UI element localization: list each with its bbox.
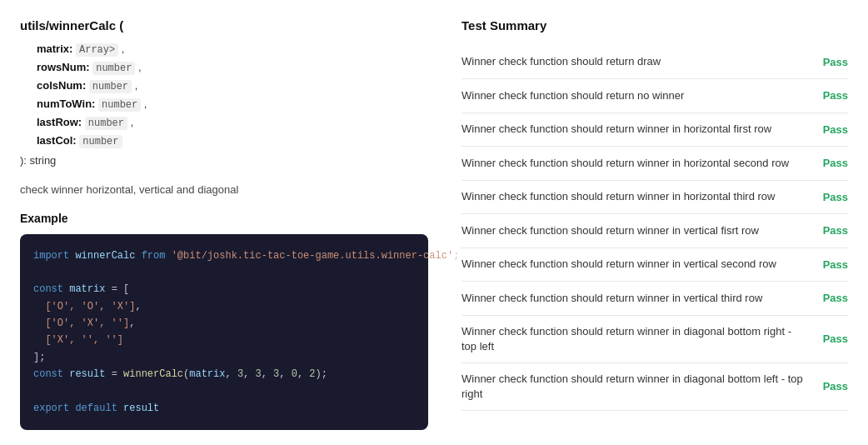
test-status-badge: Pass [818,189,848,206]
test-description: Winner check function should return winn… [461,189,808,204]
test-description: Winner check function should return draw [461,54,808,69]
test-row: Winner check function should return winn… [461,113,848,148]
param-line: rowsNum: number , [37,59,428,76]
test-row: Winner check function should return no w… [461,79,848,113]
test-row: Winner check function should return winn… [461,147,848,181]
param-line: colsNum: number , [37,78,428,94]
code-line [33,383,415,400]
code-line: ['O', 'X', ''], [33,315,415,332]
function-signature: utils/winnerCalc ( matrix: Array> ,rowsN… [20,17,428,168]
test-status-badge: Pass [818,331,848,348]
test-row: Winner check function should return winn… [461,214,848,248]
test-row: Winner check function should return winn… [461,248,848,282]
param-name: numToWin: [37,98,95,110]
example-label: Example [20,210,428,228]
test-description: Winner check function should return winn… [461,122,808,137]
test-status-badge: Pass [818,222,848,239]
param-line: matrix: Array> , [37,41,428,58]
test-status-badge: Pass [818,257,848,273]
param-name: rowsNum: [37,61,90,73]
param-line: numToWin: number , [37,96,428,112]
code-line: const result = winnerCalc(matrix, 3, 3, … [33,366,415,382]
test-description: Winner check function should return winn… [461,223,808,238]
test-status-badge: Pass [818,290,848,307]
test-row: Winner check function should return winn… [461,181,848,215]
function-description: check winner horizontal, vertical and di… [20,182,428,198]
code-line: ['X', '', ''] [33,332,415,348]
right-panel: Test Summary Winner check function shoul… [461,17,848,430]
page-container: utils/winnerCalc ( matrix: Array> ,rowsN… [0,0,868,445]
test-table: Winner check function should return draw… [461,46,848,412]
code-line [33,264,415,281]
test-description: Winner check function should return winn… [461,324,808,354]
param-name: colsNum: [37,79,86,92]
test-row: Winner check function should return winn… [461,282,848,316]
test-description: Winner check function should return winn… [461,156,808,171]
param-line: lastRow: number , [37,114,428,131]
param-type: number [92,62,135,75]
code-line: ]; [33,349,415,366]
test-status-badge: Pass [818,155,848,172]
param-name: lastCol: [37,134,77,147]
param-type: Array> [76,43,118,57]
test-status-badge: Pass [818,122,848,138]
test-row: Winner check function should return draw… [461,46,848,80]
param-type: number [85,117,127,130]
params-list: matrix: Array> ,rowsNum: number ,colsNum… [20,41,428,149]
test-description: Winner check function should return winn… [461,291,808,306]
code-block: import winnerCalc from '@bit/joshk.tic-t… [20,234,428,431]
code-line: const matrix = [ [33,281,415,298]
test-status-badge: Pass [818,378,848,395]
left-panel: utils/winnerCalc ( matrix: Array> ,rowsN… [20,17,428,430]
test-row: Winner check function should return winn… [461,363,848,411]
return-type: ): string [20,152,428,169]
function-name: utils/winnerCalc ( [20,17,428,36]
test-status-badge: Pass [818,88,848,104]
param-name: matrix: [37,42,72,55]
test-description: Winner check function should return winn… [461,257,808,272]
test-row: Winner check function should return winn… [461,316,848,363]
test-status-badge: Pass [818,54,848,71]
code-line: import winnerCalc from '@bit/joshk.tic-t… [33,248,415,264]
test-summary-title: Test Summary [461,17,848,36]
param-type: number [89,80,132,93]
test-description: Winner check function should return winn… [461,372,808,402]
param-type: number [98,98,141,112]
param-line: lastCol: number [37,132,428,149]
param-type: number [79,135,122,148]
param-name: lastRow: [37,116,82,128]
code-line: ['O', 'O', 'X'], [33,298,415,315]
code-line: export default result [33,400,415,417]
test-description: Winner check function should return no w… [461,88,808,103]
